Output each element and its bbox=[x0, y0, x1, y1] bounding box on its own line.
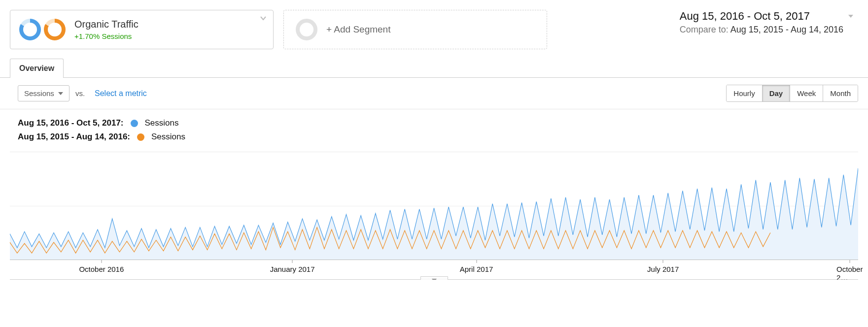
tab-overview[interactable]: Overview bbox=[10, 59, 64, 78]
axis-label: April 2017 bbox=[460, 265, 493, 273]
metric-label: Sessions bbox=[24, 89, 54, 98]
dot-orange-icon bbox=[137, 133, 144, 141]
chevron-down-icon bbox=[259, 14, 267, 24]
date-range-picker[interactable]: Aug 15, 2016 - Oct 5, 2017 Compare to: A… bbox=[680, 10, 858, 35]
axis-tick bbox=[849, 260, 850, 263]
segment-donut-pair-icon bbox=[19, 19, 66, 40]
axis-tick bbox=[663, 260, 663, 263]
granularity-group: Hourly Day Week Month bbox=[726, 85, 858, 102]
caret-down-icon bbox=[847, 13, 854, 21]
axis-label: July 2017 bbox=[647, 265, 679, 273]
segment-organic-traffic[interactable]: Organic Traffic +1.70% Sessions bbox=[10, 10, 274, 49]
axis-tick bbox=[292, 260, 293, 263]
axis-tick bbox=[101, 260, 102, 263]
select-metric-link[interactable]: Select a metric bbox=[95, 89, 147, 98]
x-axis: October 2016January 2017April 2017July 2… bbox=[10, 260, 858, 280]
add-segment-label: + Add Segment bbox=[326, 24, 390, 35]
legend-series-current: Sessions bbox=[145, 118, 179, 128]
caret-down-icon bbox=[432, 278, 437, 280]
svg-marker-1 bbox=[58, 92, 63, 95]
segment-title: Organic Traffic bbox=[74, 19, 139, 30]
axis-label: October 2016 bbox=[79, 265, 124, 273]
donut-blue-icon bbox=[19, 19, 41, 40]
legend: Aug 15, 2016 - Oct 5, 2017: Sessions Aug… bbox=[0, 109, 868, 152]
caret-down-icon bbox=[58, 91, 63, 96]
svg-marker-2 bbox=[432, 279, 437, 280]
granularity-month[interactable]: Month bbox=[823, 85, 858, 101]
legend-range-current: Aug 15, 2016 - Oct 5, 2017: bbox=[18, 118, 124, 128]
compare-range: Aug 15, 2015 - Aug 14, 2016 bbox=[730, 25, 843, 34]
chart-svg bbox=[10, 152, 858, 260]
axis-label: October 2… bbox=[836, 265, 863, 280]
axis-label: January 2017 bbox=[270, 265, 315, 273]
add-segment-button[interactable]: + Add Segment bbox=[283, 10, 547, 49]
compare-prefix: Compare to: bbox=[680, 25, 729, 34]
dot-blue-icon bbox=[131, 120, 138, 127]
legend-series-prior: Sessions bbox=[151, 132, 185, 142]
legend-range-prior: Aug 15, 2015 - Aug 14, 2016: bbox=[18, 132, 130, 142]
granularity-day[interactable]: Day bbox=[763, 85, 791, 101]
axis-tick bbox=[476, 260, 477, 263]
date-range-main: Aug 15, 2016 - Oct 5, 2017 bbox=[680, 10, 843, 23]
granularity-week[interactable]: Week bbox=[790, 85, 823, 101]
segment-delta: +1.70% Sessions bbox=[74, 32, 139, 40]
donut-orange-icon bbox=[44, 19, 66, 40]
granularity-hourly[interactable]: Hourly bbox=[727, 85, 762, 101]
metric-selector[interactable]: Sessions bbox=[18, 85, 69, 101]
expand-handle[interactable] bbox=[420, 276, 448, 280]
empty-donut-icon bbox=[296, 19, 317, 40]
sessions-chart bbox=[10, 152, 858, 260]
svg-marker-0 bbox=[848, 15, 853, 18]
vs-text: vs. bbox=[75, 89, 85, 98]
date-range-compare: Compare to: Aug 15, 2015 - Aug 14, 2016 bbox=[680, 25, 843, 35]
